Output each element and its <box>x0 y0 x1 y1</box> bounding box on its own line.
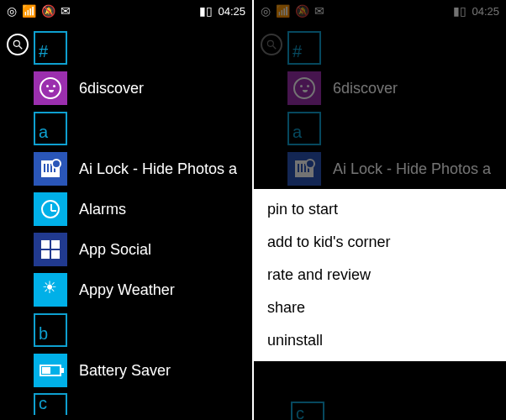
app-tile-icon <box>287 71 321 105</box>
search-button[interactable] <box>261 34 282 55</box>
sun-icon <box>40 280 61 300</box>
svg-line-3 <box>273 46 277 50</box>
menu-share[interactable]: share <box>267 299 506 317</box>
app-label: Ai Lock - Hide Photos a <box>333 160 491 178</box>
app-item-6discover: 6discover <box>287 71 503 106</box>
clock: 04:25 <box>218 5 245 18</box>
battery-icon <box>40 365 61 376</box>
section-label: c <box>39 394 47 413</box>
menu-uninstall[interactable]: uninstall <box>267 332 506 349</box>
section-label: c <box>296 404 304 420</box>
section-header-c: c <box>291 402 324 420</box>
app-label: App Social <box>79 241 151 259</box>
app-tile-icon <box>34 354 67 387</box>
battery-icon: ▮▯ <box>453 5 466 17</box>
wifi-icon: 📶 <box>22 5 36 17</box>
app-tile-icon <box>34 71 67 105</box>
section-label: a <box>293 123 302 142</box>
search-icon <box>12 39 24 50</box>
section-header-hash: # <box>287 30 503 66</box>
svg-point-0 <box>13 40 19 46</box>
app-label: Alarms <box>79 201 126 218</box>
app-item-batterysaver[interactable]: Battery Saver <box>34 353 249 388</box>
app-tile-icon <box>34 273 67 307</box>
app-item-ailock[interactable]: Ai Lock - Hide Photos a <box>34 151 249 186</box>
svg-point-2 <box>267 40 273 46</box>
section-header-hash[interactable]: # <box>34 30 249 66</box>
app-item-appsocial[interactable]: App Social <box>34 232 249 267</box>
menu-rate-review[interactable]: rate and review <box>267 266 506 284</box>
status-bar: ◎ 📶 🔕 ✉ ▮▯ 04:25 <box>0 0 252 20</box>
app-item-alarms[interactable]: Alarms <box>34 192 249 227</box>
section-header-a: a <box>287 111 503 146</box>
search-button[interactable] <box>7 34 29 55</box>
six-icon <box>40 77 61 99</box>
section-label: # <box>39 42 48 61</box>
safe-icon <box>295 160 314 177</box>
section-header-b[interactable]: b <box>34 312 249 348</box>
message-icon: ✉ <box>61 5 71 17</box>
app-item-6discover[interactable]: 6discover <box>34 71 249 106</box>
section-header-a[interactable]: a <box>34 111 249 146</box>
six-icon <box>293 77 315 99</box>
menu-add-kids-corner[interactable]: add to kid's corner <box>267 234 506 251</box>
status-bar: ◎ 📶 🔕 ✉ ▮▯ 04:25 <box>254 0 506 20</box>
app-tile-icon <box>287 152 321 186</box>
battery-icon: ▮▯ <box>199 5 213 17</box>
wifi-icon: 📶 <box>276 5 290 17</box>
silent-icon: 🔕 <box>41 5 55 17</box>
screen-app-list: ◎ 📶 🔕 ✉ ▮▯ 04:25 # <box>0 0 252 420</box>
nfc-icon: ◎ <box>7 5 17 17</box>
section-label: # <box>293 42 302 61</box>
section-label: b <box>39 324 48 344</box>
nfc-icon: ◎ <box>261 5 271 17</box>
search-icon <box>266 39 277 50</box>
section-header-c[interactable]: c <box>34 393 249 415</box>
app-label: 6discover <box>333 80 398 97</box>
app-item-appyweather[interactable]: Appy Weather <box>34 272 249 307</box>
alarm-icon <box>41 200 60 218</box>
app-label: Appy Weather <box>79 281 175 299</box>
app-item-ailock-selected[interactable]: Ai Lock - Hide Photos a <box>287 151 503 186</box>
app-tile-icon <box>34 233 67 266</box>
app-label: 6discover <box>79 80 144 97</box>
app-label: Ai Lock - Hide Photos a <box>79 160 237 178</box>
svg-line-1 <box>19 46 23 50</box>
app-tile-icon <box>34 152 67 186</box>
clock: 04:25 <box>472 5 499 18</box>
app-label: Battery Saver <box>79 362 171 380</box>
safe-icon <box>41 160 60 177</box>
menu-pin-to-start[interactable]: pin to start <box>267 201 506 218</box>
message-icon: ✉ <box>314 5 324 17</box>
app-tile-icon <box>34 192 67 226</box>
silent-icon: 🔕 <box>295 5 309 17</box>
section-label: a <box>39 123 48 142</box>
grid-icon <box>41 240 60 259</box>
context-menu: pin to start add to kid's corner rate an… <box>254 189 506 361</box>
screen-context-menu: ◎ 📶 🔕 ✉ ▮▯ 04:25 # <box>254 0 506 420</box>
